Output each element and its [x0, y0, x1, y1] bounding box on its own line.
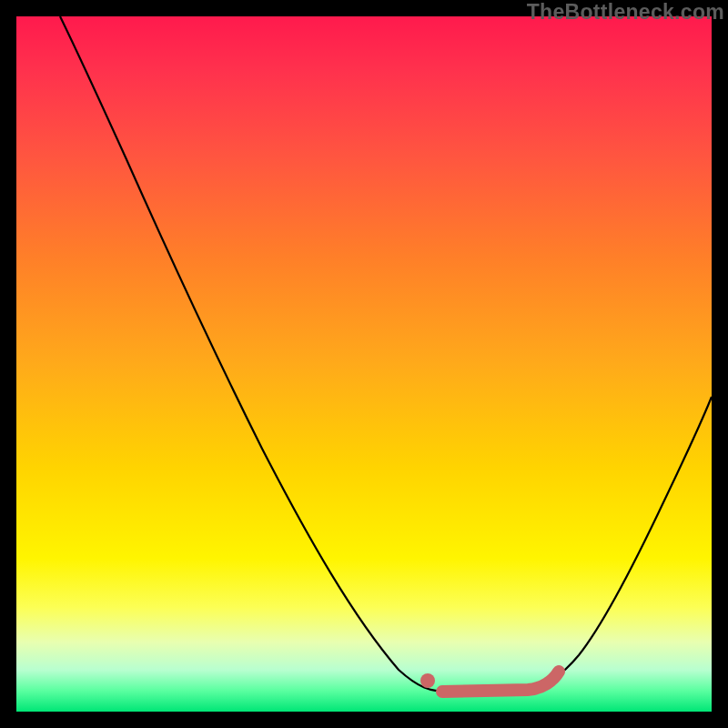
optimal-region-marker — [442, 672, 559, 692]
watermark-text: TheBottleneck.com — [527, 0, 724, 25]
chart-frame — [16, 16, 712, 712]
bottleneck-curve — [16, 16, 712, 712]
curve-path — [60, 16, 712, 692]
optimal-start-dot — [420, 673, 435, 688]
